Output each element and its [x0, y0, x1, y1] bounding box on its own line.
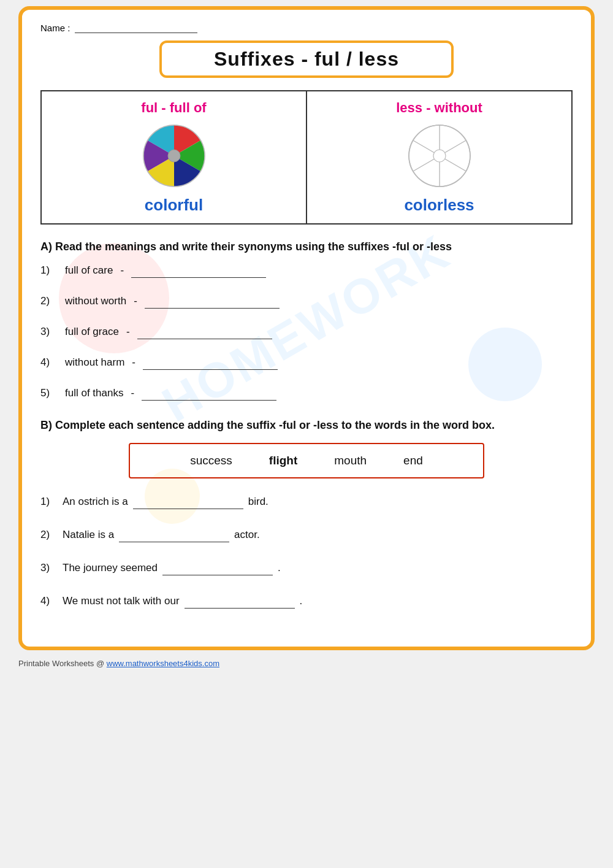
definition-right-cell: less - without [306, 91, 572, 224]
exercise-dash-2: - [134, 295, 137, 309]
def-left-normal: ful [141, 100, 161, 115]
def-left-word: colorful [54, 196, 294, 215]
answer-line-5 [142, 387, 276, 401]
exercise-item-2: 2) without worth - [40, 295, 573, 309]
exercise-text-4: without harm [65, 356, 124, 370]
exercise-dash-4: - [132, 356, 135, 370]
sentence-answer-line-4 [185, 595, 295, 609]
answer-line-2 [145, 295, 280, 309]
sentence-before-4: We must not talk with our [63, 595, 180, 609]
title-box: Suffixes - ful / less [159, 40, 454, 78]
sentence-item-4: 4) We must not talk with our . [40, 595, 573, 609]
sentence-answer-line-1 [133, 496, 243, 509]
sentence-before-3: The journey seemed [63, 562, 158, 575]
def-right-normal: less [396, 100, 426, 115]
name-row: Name : [40, 22, 573, 33]
definition-left-cell: ful - full of [41, 91, 306, 224]
sentence-answer-line-3 [162, 562, 273, 575]
def-left-label: ful - full of [54, 100, 294, 116]
sentence-after-3: . [278, 562, 281, 575]
name-input-line [75, 22, 197, 33]
exercise-item-3: 3) full of grace - [40, 326, 573, 339]
exercise-item-1: 1) full of care - [40, 264, 573, 278]
exercise-item-5: 5) full of thanks - [40, 387, 573, 401]
section-b-header-text: B) Complete each sentence adding the suf… [40, 419, 495, 431]
sentence-after-1: bird. [248, 496, 268, 509]
definition-table: ful - full of [40, 90, 573, 225]
sentence-num-4: 4) [40, 595, 58, 609]
footer: Printable Worksheets @ www.mathworksheet… [18, 659, 595, 668]
sentence-num-2: 2) [40, 529, 58, 542]
exercise-text-3: full of grace [65, 326, 119, 339]
exercise-text-5: full of thanks [65, 387, 123, 401]
colorless-ball-container [319, 122, 559, 190]
sentence-num-1: 1) [40, 496, 58, 509]
def-left-color: - full of [161, 100, 206, 115]
sentence-num-3: 3) [40, 562, 58, 575]
sentence-item-2: 2) Natalie is a actor. [40, 529, 573, 542]
sentence-after-4: . [300, 595, 303, 609]
word-box-item-1: success [190, 454, 232, 467]
sentence-after-2: actor. [234, 529, 260, 542]
colorful-ball-container [54, 122, 294, 190]
word-box-item-2: flight [269, 454, 297, 467]
def-right-word: colorless [319, 196, 559, 215]
exercise-num-1: 1) [40, 264, 58, 278]
section-b-header: B) Complete each sentence adding the suf… [40, 418, 573, 433]
word-box-item-4: end [403, 454, 423, 467]
footer-link[interactable]: www.mathworksheets4kids.com [107, 659, 219, 668]
colorless-ball-icon [406, 122, 473, 190]
svg-point-1 [168, 150, 180, 162]
exercise-item-4: 4) without harm - [40, 356, 573, 370]
svg-point-4 [433, 150, 446, 162]
exercise-num-5: 5) [40, 387, 58, 401]
def-right-color: - without [426, 100, 482, 115]
exercise-num-4: 4) [40, 356, 58, 370]
exercise-text-1: full of care [65, 264, 113, 278]
answer-line-4 [143, 356, 278, 370]
footer-text: Printable Worksheets @ [18, 659, 107, 668]
sentence-before-1: An ostrich is a [63, 496, 128, 509]
answer-line-1 [131, 264, 266, 278]
word-box: success flight mouth end [129, 443, 484, 478]
sentence-before-2: Natalie is a [63, 529, 114, 542]
exercise-text-2: without worth [65, 295, 126, 309]
section-b-list: 1) An ostrich is a bird. 2) Natalie is a… [40, 496, 573, 609]
section-a-list: 1) full of care - 2) without worth - 3) … [40, 264, 573, 401]
page-title: Suffixes - ful / less [180, 48, 433, 71]
exercise-dash-3: - [126, 326, 130, 339]
def-right-label: less - without [319, 100, 559, 116]
word-box-item-3: mouth [334, 454, 367, 467]
exercise-num-3: 3) [40, 326, 58, 339]
answer-line-3 [137, 326, 272, 339]
exercise-num-2: 2) [40, 295, 58, 309]
sentence-item-1: 1) An ostrich is a bird. [40, 496, 573, 509]
sentence-item-3: 3) The journey seemed . [40, 562, 573, 575]
colorful-ball-icon [140, 122, 208, 190]
sentence-answer-line-2 [119, 529, 229, 542]
section-a-header: A) Read the meanings and write their syn… [40, 239, 573, 255]
exercise-dash-1: - [120, 264, 124, 278]
section-a-header-text: A) Read the meanings and write their syn… [40, 240, 452, 253]
name-label: Name : [40, 23, 70, 33]
exercise-dash-5: - [131, 387, 134, 401]
